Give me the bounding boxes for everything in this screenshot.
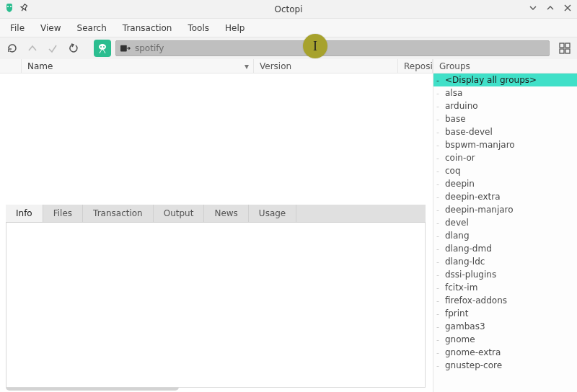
tree-branch-icon: - <box>436 128 444 136</box>
group-item-label: coq <box>445 166 461 176</box>
group-item[interactable]: -deepin-extra <box>433 190 577 203</box>
group-item[interactable]: -<Display all groups> <box>433 74 577 86</box>
menu-transaction[interactable]: Transaction <box>115 20 180 36</box>
groups-header[interactable]: Groups <box>433 59 577 74</box>
tab-usage[interactable]: Usage <box>249 205 296 222</box>
column-repository[interactable]: Reposito <box>398 59 433 73</box>
group-item[interactable]: -dlang-ldc <box>433 255 577 268</box>
group-item[interactable]: -base <box>433 112 577 125</box>
group-item[interactable]: -dlang <box>433 229 577 242</box>
group-item-label: dlang <box>445 231 470 241</box>
group-item[interactable]: -bspwm-manjaro <box>433 138 577 151</box>
tree-branch-icon: - <box>436 232 444 240</box>
window-title: Octopi <box>274 4 302 14</box>
group-item[interactable]: -arduino <box>433 99 577 112</box>
menu-search[interactable]: Search <box>70 20 114 36</box>
group-item-label: fprint <box>445 308 468 318</box>
menu-tools[interactable]: Tools <box>180 20 216 36</box>
tab-transaction[interactable]: Transaction <box>83 205 154 222</box>
group-item-label: deepin-manjaro <box>445 205 514 215</box>
tree-branch-icon: - <box>436 193 444 201</box>
pin-icon[interactable] <box>19 3 29 13</box>
group-item[interactable]: -deepin-manjaro <box>433 203 577 216</box>
tree-branch-icon: - <box>436 180 444 188</box>
view-toggle-button[interactable] <box>557 40 573 56</box>
tree-branch-icon: - <box>436 102 444 110</box>
group-item-label: fcitx-im <box>445 282 477 293</box>
group-item[interactable]: -fprint <box>433 307 577 320</box>
tab-info[interactable]: Info <box>6 205 43 222</box>
svg-point-4 <box>103 46 105 48</box>
group-item-label: arduino <box>445 101 478 111</box>
group-item[interactable]: -dssi-plugins <box>433 268 577 281</box>
tree-branch-icon: - <box>436 271 444 279</box>
group-item[interactable]: -gnome <box>433 333 577 346</box>
group-item-label: gnustep-core <box>445 360 502 370</box>
tree-branch-icon: - <box>436 336 444 344</box>
toolbar <box>0 37 577 59</box>
column-version[interactable]: Version <box>254 59 398 73</box>
details-panel: Info Files Transaction Output News Usage <box>6 205 426 388</box>
apply-button <box>45 40 61 56</box>
refresh-button[interactable] <box>4 40 20 56</box>
undo-button[interactable] <box>65 40 81 56</box>
group-item[interactable]: -gambas3 <box>433 320 577 333</box>
menu-help[interactable]: Help <box>218 20 252 36</box>
svg-point-1 <box>10 6 12 7</box>
titlebar: Octopi <box>0 0 577 19</box>
close-icon[interactable] <box>563 3 573 13</box>
tab-output[interactable]: Output <box>154 205 205 222</box>
group-item-label: base <box>445 114 466 124</box>
column-status[interactable] <box>0 59 22 73</box>
tab-news[interactable]: News <box>204 205 248 222</box>
svg-rect-8 <box>560 49 564 53</box>
menu-file[interactable]: File <box>3 20 32 36</box>
aur-toggle-button[interactable] <box>94 40 111 57</box>
tree-branch-icon: - <box>436 349 444 357</box>
group-item[interactable]: -gnome-extra <box>433 346 577 359</box>
minimize-icon[interactable] <box>528 3 538 13</box>
group-item[interactable]: -gnustep-core <box>433 359 577 372</box>
group-item-label: gnome-extra <box>445 347 501 357</box>
group-item[interactable]: -deepin <box>433 177 577 190</box>
column-name-label: Name <box>27 61 53 71</box>
group-item-label: gnome <box>445 334 475 344</box>
group-item-label: gambas3 <box>445 321 485 331</box>
group-item-label: firefox-addons <box>445 295 507 306</box>
tree-branch-icon: - <box>436 258 444 266</box>
group-item[interactable]: -fcitx-im <box>433 281 577 294</box>
group-item-label: deepin-extra <box>445 192 501 202</box>
sort-indicator-icon: ▾ <box>245 61 249 71</box>
tab-files[interactable]: Files <box>43 205 83 222</box>
details-tabs: Info Files Transaction Output News Usage <box>6 205 426 223</box>
maximize-icon[interactable] <box>545 3 555 13</box>
tree-branch-icon: - <box>436 310 444 318</box>
tree-branch-icon: - <box>436 115 444 123</box>
text-cursor-indicator: I <box>303 34 327 58</box>
svg-point-2 <box>99 44 106 50</box>
group-item[interactable]: -dlang-dmd <box>433 242 577 255</box>
menu-view[interactable]: View <box>33 20 68 36</box>
ibeam-icon: I <box>313 39 317 54</box>
group-item-label: alsa <box>445 88 462 98</box>
group-item-label: base-devel <box>445 127 493 137</box>
column-name[interactable]: Name ▾ <box>22 59 254 73</box>
group-item-label: dlang-dmd <box>445 244 492 254</box>
tree-branch-icon: - <box>436 245 444 253</box>
tree-branch-icon: - <box>436 154 444 162</box>
group-item[interactable]: -coin-or <box>433 151 577 164</box>
svg-rect-7 <box>565 43 570 48</box>
group-item-label: <Display all groups> <box>445 75 537 85</box>
search-box[interactable] <box>115 40 550 56</box>
menubar: File View Search Transaction Tools Help <box>0 19 577 37</box>
search-input[interactable] <box>135 43 545 53</box>
group-item[interactable]: -devel <box>433 216 577 229</box>
group-item[interactable]: -alsa <box>433 86 577 99</box>
group-item[interactable]: -firefox-addons <box>433 294 577 307</box>
tree-branch-icon: - <box>436 284 444 292</box>
svg-rect-9 <box>565 49 570 53</box>
group-item[interactable]: -coq <box>433 164 577 177</box>
package-table-header: Name ▾ Version Reposito <box>0 59 433 74</box>
group-item[interactable]: -base-devel <box>433 125 577 138</box>
upgrade-button <box>25 40 40 56</box>
